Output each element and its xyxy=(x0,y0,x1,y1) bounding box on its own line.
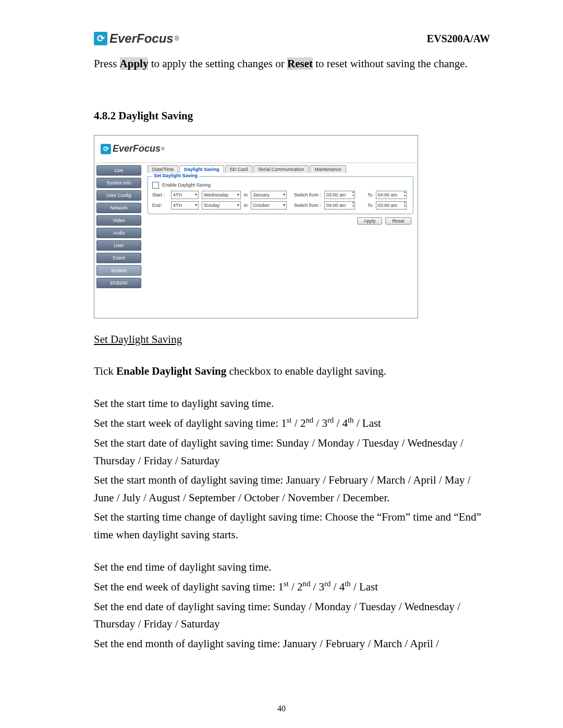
start-in-label: in xyxy=(244,192,248,198)
enable-ds-bold: Enable Daylight Saving xyxy=(116,365,226,377)
sidebar-item-user-config[interactable]: User Config xyxy=(96,190,141,201)
start-month-select[interactable]: January xyxy=(251,191,287,199)
sidebar-item-network[interactable]: Network xyxy=(96,203,141,213)
ss-tabs: Date/Time Daylight Saving SD Card Serial… xyxy=(148,165,413,173)
start-month-line: Set the start month of daylight saving t… xyxy=(94,472,490,507)
ss-logo-text: EverFocus xyxy=(113,143,161,154)
sidebar-item-ekb200[interactable]: EKB200 xyxy=(96,278,141,288)
end-time-line: Set the end time of daylight saving time… xyxy=(94,559,490,576)
reset-keyword: Reset xyxy=(287,57,313,70)
logo-text: EverFocus xyxy=(109,31,174,46)
tab-datetime[interactable]: Date/Time xyxy=(148,165,178,173)
start-to-time[interactable]: 04:00 am xyxy=(376,191,407,199)
page-number: 40 xyxy=(0,704,563,713)
sidebar-item-user[interactable]: User xyxy=(96,240,141,251)
tab-serial[interactable]: Serial Communication xyxy=(253,165,309,173)
reset-button[interactable]: Reset xyxy=(385,217,411,225)
model-number: EVS200A/AW xyxy=(427,33,490,45)
start-week-select[interactable]: 4TH xyxy=(171,191,199,199)
sds-heading: Set Daylight Saving xyxy=(94,333,182,346)
enable-label: Enable Daylight Saving xyxy=(162,182,211,188)
start-time-line: Set the start time to daylight saving ti… xyxy=(94,395,490,413)
end-to-time[interactable]: 03:00 am xyxy=(376,201,407,209)
end-day-select[interactable]: Sunday xyxy=(202,201,241,209)
end-to-label: To xyxy=(368,203,373,208)
sidebar-item-video[interactable]: Video xyxy=(96,215,141,226)
start-switch-label: Switch from : xyxy=(294,192,321,198)
start-date-line: Set the start date of daylight saving ti… xyxy=(94,435,490,470)
end-from-time[interactable]: 04:00 am xyxy=(324,201,355,209)
section-heading: 4.8.2 Daylight Saving xyxy=(94,109,490,122)
start-change-line: Set the starting time change of daylight… xyxy=(94,509,490,544)
page-header: ⟳ EverFocus ® EVS200A/AW xyxy=(94,31,490,46)
end-month-select[interactable]: October xyxy=(251,201,287,209)
start-from-time[interactable]: 03:00 am xyxy=(324,191,355,199)
sidebar-item-audio[interactable]: Audio xyxy=(96,228,141,238)
apply-keyword: Apply xyxy=(120,57,149,70)
tab-sd-card[interactable]: SD Card xyxy=(225,165,253,173)
end-label: End : xyxy=(152,203,168,208)
fieldset-legend: Set Daylight Saving xyxy=(152,173,199,178)
logo-icon: ⟳ xyxy=(94,32,107,45)
apply-button[interactable]: Apply xyxy=(357,217,383,225)
tab-daylight-saving[interactable]: Daylight Saving xyxy=(179,165,224,173)
ss-main: Date/Time Daylight Saving SD Card Serial… xyxy=(143,163,418,318)
ui-screenshot: ⟳ EverFocus ® Live System Info User Conf… xyxy=(94,135,418,318)
end-date-line: Set the end date of daylight saving time… xyxy=(94,598,490,633)
ss-registered-icon: ® xyxy=(161,146,165,152)
sidebar-item-event[interactable]: Event xyxy=(96,253,141,263)
enable-checkbox[interactable] xyxy=(152,182,159,189)
start-week-line: Set the start week of daylight saving ti… xyxy=(94,414,490,433)
end-month-line: Set the end month of daylight saving tim… xyxy=(94,635,490,653)
ss-header: ⟳ EverFocus ® xyxy=(94,135,418,163)
start-label: Start : xyxy=(152,192,168,198)
tab-maintenance[interactable]: Maintenance xyxy=(310,165,346,173)
registered-icon: ® xyxy=(175,35,179,42)
end-week-select[interactable]: 4TH xyxy=(171,201,199,209)
start-to-label: To xyxy=(368,192,373,198)
everfocus-logo: ⟳ EverFocus ® xyxy=(94,31,179,46)
sidebar-item-live[interactable]: Live xyxy=(96,165,141,176)
ss-sidebar: Live System Info User Config Network Vid… xyxy=(94,163,143,318)
sidebar-item-system-info[interactable]: System Info xyxy=(96,178,141,188)
ss-logo-icon: ⟳ xyxy=(101,144,111,154)
end-in-label: in xyxy=(244,203,248,208)
end-week-line: Set the end week of daylight saving time… xyxy=(94,578,490,596)
daylight-saving-fieldset: Set Daylight Saving Enable Daylight Savi… xyxy=(148,176,413,214)
sidebar-item-system[interactable]: System xyxy=(96,265,141,276)
start-day-select[interactable]: Wednesday xyxy=(202,191,241,199)
intro-paragraph: Press Apply to apply the setting changes… xyxy=(94,55,490,73)
end-switch-label: Switch from : xyxy=(294,203,321,208)
